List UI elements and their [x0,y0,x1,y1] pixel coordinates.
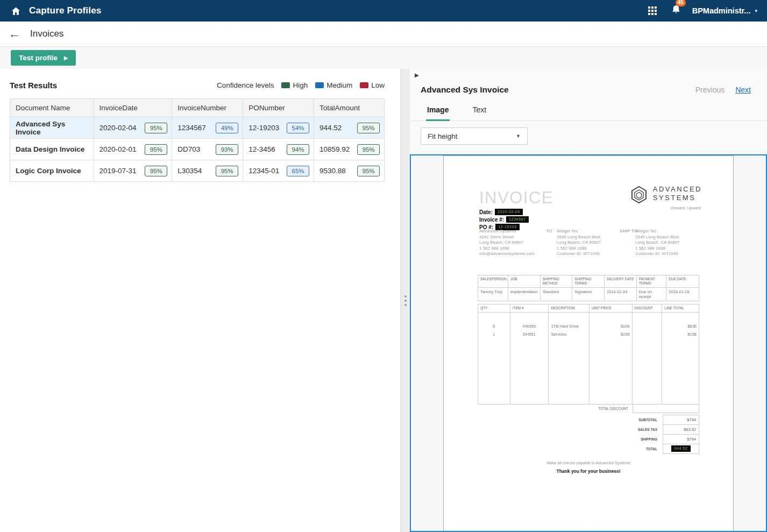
subtotal-value: $794 [663,415,699,425]
cell-value: 10859.92 [319,145,350,153]
cell-value: L30354 [177,167,202,175]
total-discount-label: TOTAL DISCOUNT [478,405,633,413]
toolbar-strip: Test profile ▶ [0,46,767,69]
back-arrow-icon[interactable]: ← [9,28,20,40]
top-navbar: Capture Profiles 45 BPMadministr... ▾ [0,0,767,22]
to-label: TO [546,229,552,233]
checks-payable-note: Make all checks payable to Advanced Syst… [444,460,733,465]
legend-high-label: High [293,81,308,89]
cell-value: 1234567 [177,124,206,132]
col-document-name: Document Name [10,99,94,117]
preview-title: Advanced Sys Invoice [421,85,509,95]
subtotal-label: SUBTOTAL [478,415,663,425]
legend-label: Confidence levels [217,81,274,89]
invoice-totals: SUBTOTAL $794 SALES TAX $63.52 SHIPPING … [478,415,699,454]
cell-value: 12-3456 [248,145,275,153]
document-name-cell[interactable]: Logic Corp Invoice [10,160,94,182]
panel-splitter[interactable] [400,69,410,532]
table-row[interactable]: Advanced Sys Invoice 2020-02-0495% 12345… [10,117,385,139]
items-header: ITEM # [510,304,549,312]
content-area: Test Results Confidence levels High Medi… [0,69,767,532]
item-description: 1TB Hard Drive [551,322,587,330]
info-header: SHIPPING METHOD [541,275,573,287]
invoice-number-label: Invoice #: [479,217,504,223]
app-grid-icon[interactable] [648,6,657,15]
next-link[interactable]: Next [735,86,751,94]
info-header: SHIPPING TERMS [572,275,605,287]
confidence-badge: 95% [145,123,167,133]
user-name: BPMadministr... [692,6,751,15]
confidence-badge: 94% [287,144,309,155]
legend-item-medium: Medium [315,81,352,89]
confidence-badge: 49% [216,123,238,133]
app-title: Capture Profiles [29,5,102,16]
info-cell: Tammy Troy [478,288,508,301]
total-field-highlight[interactable]: 944.52 [671,445,690,452]
tab-text[interactable]: Text [471,103,487,120]
item-unit-price: $158 [592,330,630,338]
col-invoice-number: InvoiceNumber [172,99,243,117]
items-header: DESCRIPTION [549,304,590,312]
image-viewer: INVOICE ADVANCED SYSTEMS Onward. Upward. [410,154,767,532]
legend-low-label: Low [371,81,385,89]
vendor-logo: ADVANCED SYSTEMS [629,185,702,205]
home-icon[interactable] [10,5,22,17]
sales-tax-value: $63.52 [663,424,699,435]
confidence-badge: 93% [216,144,238,155]
item-number: KW350 [513,322,546,330]
user-menu[interactable]: BPMadministr... ▾ [692,6,757,15]
info-cell: Due on receipt [637,288,667,301]
total-value-cell: 944.52 [663,444,699,454]
col-invoice-date: InvoiceDate [94,99,172,117]
col-po-number: PONumber [243,99,314,117]
items-header: LINE TOTAL [662,304,699,312]
info-cell: Implementation [508,288,541,301]
ship-to-address: Widget Tec3545 Long Beach Blvd.Long Beac… [635,229,680,257]
hexagon-logo-icon [629,185,649,205]
info-cell: Standard [541,288,573,301]
info-cell: Signature [572,288,605,301]
item-number: DH551 [513,330,546,338]
test-results-panel: Test Results Confidence levels High Medi… [0,69,400,532]
legend-medium-label: Medium [326,81,352,89]
total-discount-row: TOTAL DISCOUNT [478,405,699,413]
invoice-number-field-highlight[interactable]: 1234567 [506,216,528,223]
table-row[interactable]: Data Design Invoice 2020-02-0195% DD7039… [10,139,385,160]
zoom-mode-select[interactable]: Fit height ▼ [421,127,528,145]
play-icon: ▶ [64,55,68,61]
invoice-watermark: INVOICE [479,188,553,208]
cell-value: 2019-07-31 [100,167,137,175]
table-row[interactable]: Logic Corp Invoice 2019-07-3195% L303549… [10,160,385,182]
cell-value: 2020-02-04 [100,124,137,132]
test-profile-button[interactable]: Test profile ▶ [11,50,76,66]
invoice-page: INVOICE ADVANCED SYSTEMS Onward. Upward. [443,155,734,531]
cell-value: 944.52 [319,124,342,132]
document-name-cell[interactable]: Advanced Sys Invoice [10,117,94,139]
previous-link[interactable]: Previous [695,86,725,94]
info-header: PAYMENT TERMS [637,275,667,287]
item-line-total: $636 [664,322,697,330]
select-caret-icon: ▼ [516,133,521,139]
confidence-badge: 95% [357,144,380,155]
info-header: SALESPERSON [478,275,508,287]
total-label: TOTAL [478,444,663,454]
test-profile-label: Test profile [19,54,58,62]
shipping-label: SHIPPING [478,435,663,444]
shipping-value: $794 [663,434,699,444]
info-cell: 2016-01-18 [666,288,699,301]
collapse-panel-icon[interactable]: ▶ [415,72,419,78]
date-field-highlight[interactable]: 2020-02-04 [495,209,523,215]
notification-count-badge: 45 [676,0,686,6]
notifications-bell-icon[interactable]: 45 [671,4,681,18]
item-line-total: $158 [664,330,697,338]
tab-image[interactable]: Image [426,103,450,121]
date-label: Date: [479,209,493,215]
preview-tabs: Image Text [410,103,767,121]
confidence-badge: 95% [216,166,238,176]
preview-panel: ▶ Advanced Sys Invoice Previous Next Ima… [410,69,767,532]
legend-item-low: Low [360,81,385,89]
info-header: DUE DATE [666,275,699,287]
document-name-cell[interactable]: Data Design Invoice [10,139,94,160]
logo-tagline: Onward. Upward. [671,205,702,210]
cell-value: DD703 [177,145,200,153]
